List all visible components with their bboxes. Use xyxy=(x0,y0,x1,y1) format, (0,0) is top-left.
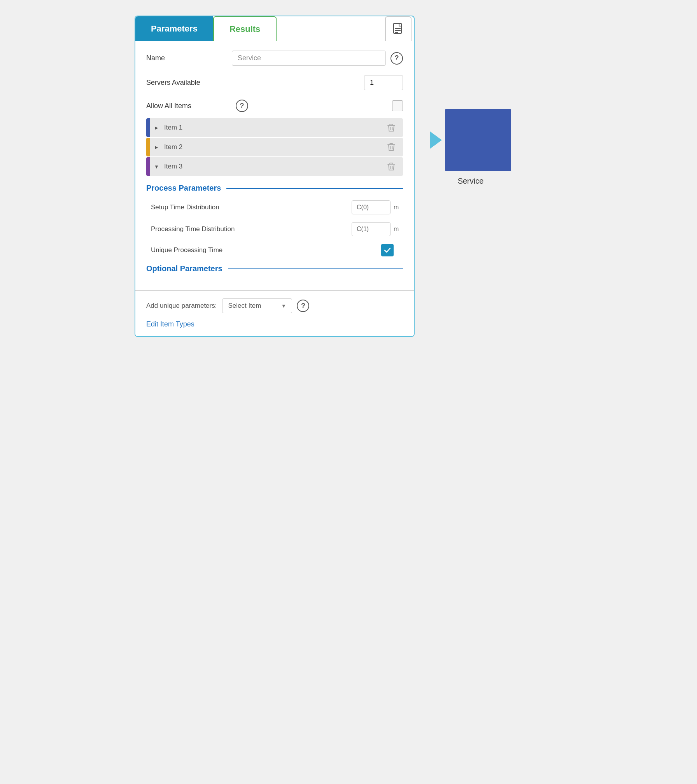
checkmark-icon xyxy=(384,246,391,254)
svg-rect-13 xyxy=(390,163,393,164)
item-3-delete-button[interactable] xyxy=(386,161,397,172)
arrow-node-container xyxy=(430,109,511,171)
unique-processing-row: Unique Processing Time xyxy=(146,244,403,256)
main-container: Parameters Results Name ? xyxy=(135,16,562,337)
processing-time-input[interactable] xyxy=(352,222,391,236)
optional-parameters-section-header: Optional Parameters xyxy=(146,264,403,273)
arrow-right-icon xyxy=(430,132,445,149)
item-2-toggle[interactable]: ► xyxy=(154,144,162,150)
add-unique-label: Add unique parameters: xyxy=(146,302,217,310)
node-label: Service xyxy=(458,177,484,186)
servers-input[interactable] xyxy=(364,75,403,90)
item-2-name: Item 2 xyxy=(164,143,386,151)
setup-time-row: Setup Time Distribution m xyxy=(146,200,403,214)
setup-time-input[interactable] xyxy=(352,200,391,214)
add-unique-row: Add unique parameters: Select Item ▼ ? xyxy=(146,298,403,313)
list-item: ► Item 1 xyxy=(146,118,403,137)
servers-label: Servers Available xyxy=(146,79,232,87)
list-item: ▼ Item 3 xyxy=(146,157,403,176)
trash-icon xyxy=(387,142,396,152)
panel: Parameters Results Name ? xyxy=(135,16,415,337)
processing-time-label: Processing Time Distribution xyxy=(151,225,352,233)
optional-section-divider-line xyxy=(228,268,403,269)
tab-doc-button[interactable] xyxy=(385,16,412,41)
section-divider-line xyxy=(226,188,403,189)
item-color-bar xyxy=(146,118,150,137)
node-area: Service xyxy=(430,109,511,186)
select-item-help-icon[interactable]: ? xyxy=(297,300,309,312)
document-icon xyxy=(393,23,404,35)
select-item-label: Select Item xyxy=(228,302,261,310)
node-wrapper xyxy=(430,109,511,171)
setup-time-unit: m xyxy=(394,204,403,211)
name-label: Name xyxy=(146,54,232,62)
allow-all-help-icon[interactable]: ? xyxy=(236,100,248,112)
name-input[interactable] xyxy=(232,51,386,66)
tabs-bar: Parameters Results xyxy=(135,16,414,41)
setup-time-label: Setup Time Distribution xyxy=(151,203,352,211)
item-1-name: Item 1 xyxy=(164,124,386,132)
item-1-toggle[interactable]: ► xyxy=(154,125,162,131)
allow-all-row: Allow All Items ? xyxy=(146,100,403,112)
item-color-bar xyxy=(146,157,150,176)
servers-row: Servers Available xyxy=(146,75,403,90)
unique-processing-checkbox[interactable] xyxy=(381,244,394,256)
item-3-name: Item 3 xyxy=(164,163,386,170)
svg-rect-9 xyxy=(390,144,393,145)
name-row: Name ? xyxy=(146,51,403,66)
panel-body: Name ? Servers Available Allow All Items… xyxy=(135,41,414,290)
trash-icon xyxy=(387,162,396,171)
item-3-toggle[interactable]: ▼ xyxy=(154,164,162,170)
process-parameters-section-header: Process Parameters xyxy=(146,184,403,193)
tab-parameters-label: Parameters xyxy=(151,24,198,34)
svg-rect-5 xyxy=(390,124,393,125)
tab-parameters[interactable]: Parameters xyxy=(135,16,213,41)
trash-icon xyxy=(387,123,396,132)
tab-results[interactable]: Results xyxy=(213,16,277,41)
name-help-icon[interactable]: ? xyxy=(391,52,403,65)
svg-marker-16 xyxy=(430,132,442,149)
processing-time-unit: m xyxy=(394,226,403,233)
select-item-dropdown[interactable]: Select Item ▼ xyxy=(222,298,292,313)
list-item: ► Item 2 xyxy=(146,138,403,156)
item-1-delete-button[interactable] xyxy=(386,122,397,133)
tab-results-label: Results xyxy=(229,24,260,34)
allow-all-label: Allow All Items xyxy=(146,102,232,110)
item-2-delete-button[interactable] xyxy=(386,142,397,153)
chevron-down-icon: ▼ xyxy=(281,303,287,309)
items-list: ► Item 1 ► xyxy=(146,118,403,176)
allow-all-checkbox[interactable] xyxy=(392,100,403,111)
bottom-section: Add unique parameters: Select Item ▼ ? E… xyxy=(135,290,414,336)
unique-processing-label: Unique Processing Time xyxy=(151,246,381,254)
optional-parameters-title: Optional Parameters xyxy=(146,264,222,273)
edit-item-types-link[interactable]: Edit Item Types xyxy=(146,320,194,328)
processing-time-row: Processing Time Distribution m xyxy=(146,222,403,236)
process-parameters-title: Process Parameters xyxy=(146,184,221,193)
item-color-bar xyxy=(146,138,150,156)
service-node-box[interactable] xyxy=(445,109,511,171)
